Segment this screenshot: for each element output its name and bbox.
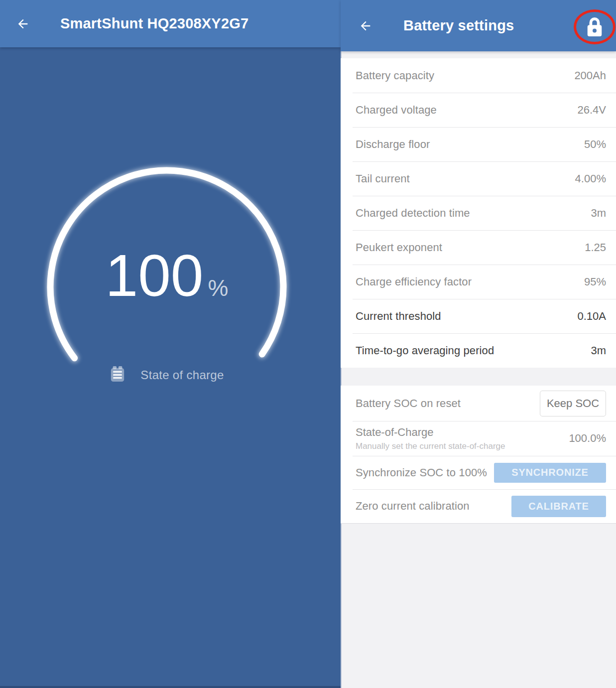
- soc-unit: %: [208, 276, 228, 299]
- synchronize-soc-button[interactable]: SYNCHRONIZE: [494, 463, 606, 483]
- setting-label: Battery SOC on reset: [356, 397, 540, 410]
- setting-value: 50%: [584, 138, 606, 151]
- setting-value: 200Ah: [574, 69, 606, 82]
- device-status-panel: SmartShunt HQ2308XY2G7 100 %: [0, 0, 341, 688]
- setting-label: State-of-Charge: [356, 426, 569, 439]
- setting-label: Charged detection time: [356, 207, 591, 220]
- setting-row-battery-capacity[interactable]: Battery capacity200Ah: [341, 58, 616, 93]
- setting-label: Discharge floor: [356, 138, 584, 151]
- battery-icon: [110, 366, 125, 385]
- back-arrow-icon[interactable]: [15, 16, 30, 31]
- section-gap: [341, 368, 616, 386]
- device-header: SmartShunt HQ2308XY2G7: [0, 0, 341, 47]
- back-arrow-icon[interactable]: [358, 18, 373, 33]
- setting-row-zero-current-calibration: Zero current calibrationCALIBRATE: [341, 489, 616, 523]
- setting-value: 100.0%: [569, 432, 606, 445]
- setting-value: 1.25: [585, 241, 606, 254]
- battery-settings-header: Battery settings: [341, 0, 616, 51]
- setting-value: 0.10A: [578, 310, 607, 323]
- soc-value-display: 100 %: [37, 246, 296, 305]
- setting-label: Tail current: [356, 172, 575, 185]
- setting-row-peukert-exponent[interactable]: Peukert exponent1.25: [341, 230, 616, 265]
- setting-label: Charged voltage: [356, 104, 578, 117]
- lock-icon[interactable]: [585, 16, 604, 40]
- victron-connect-app: SmartShunt HQ2308XY2G7 100 %: [0, 0, 616, 688]
- setting-row-synchronize-soc: Synchronize SOC to 100%SYNCHRONIZE: [341, 456, 616, 489]
- setting-row-current-threshold[interactable]: Current threshold0.10A: [341, 299, 616, 333]
- setting-row-charged-detection-time[interactable]: Charged detection time3m: [341, 196, 616, 230]
- setting-row-time-to-go-averaging-period[interactable]: Time-to-go averaging period3m: [341, 333, 616, 368]
- soc-label-row: State of charge: [37, 365, 296, 385]
- zero-current-calibration-button[interactable]: CALIBRATE: [511, 496, 606, 517]
- setting-row-battery-soc-on-reset: Battery SOC on resetKeep SOC: [341, 386, 616, 421]
- setting-label: Battery capacity: [356, 69, 574, 82]
- setting-value: 3m: [591, 207, 606, 220]
- setting-value: 3m: [591, 344, 606, 357]
- battery-settings-title: Battery settings: [403, 17, 514, 34]
- device-title: SmartShunt HQ2308XY2G7: [60, 15, 248, 32]
- setting-label: Zero current calibration: [356, 500, 511, 513]
- setting-value: 4.00%: [575, 172, 606, 185]
- setting-value: 95%: [584, 275, 606, 288]
- battery-settings-panel: Battery settings Battery capacity200AhCh…: [341, 0, 616, 688]
- soc-label-text: State of charge: [140, 368, 224, 382]
- soc-value: 100: [106, 246, 204, 305]
- setting-label: Charge efficiency factor: [356, 275, 584, 288]
- setting-row-charged-voltage[interactable]: Charged voltage26.4V: [341, 93, 616, 127]
- setting-label: Time-to-go averaging period: [356, 344, 591, 357]
- setting-row-tail-current[interactable]: Tail current4.00%: [341, 161, 616, 196]
- battery-settings-list: Battery capacity200AhCharged voltage26.4…: [341, 58, 616, 368]
- setting-value: 26.4V: [578, 104, 607, 117]
- setting-label: Synchronize SOC to 100%: [356, 466, 494, 479]
- setting-row-charge-efficiency-factor[interactable]: Charge efficiency factor95%: [341, 265, 616, 299]
- soc-actions-list: Battery SOC on resetKeep SOCState-of-Cha…: [341, 386, 616, 524]
- setting-row-discharge-floor[interactable]: Discharge floor50%: [341, 127, 616, 161]
- setting-label: Current threshold: [356, 310, 578, 323]
- battery-soc-on-reset-button[interactable]: Keep SOC: [540, 391, 606, 416]
- setting-label: Peukert exponent: [356, 241, 585, 254]
- setting-row-state-of-charge[interactable]: State-of-ChargeManually set the current …: [341, 421, 616, 456]
- setting-two-line-label: State-of-ChargeManually set the current …: [356, 426, 569, 451]
- setting-sublabel: Manually set the current state-of-charge: [356, 441, 569, 451]
- battery-settings-content: Battery capacity200AhCharged voltage26.4…: [341, 51, 616, 688]
